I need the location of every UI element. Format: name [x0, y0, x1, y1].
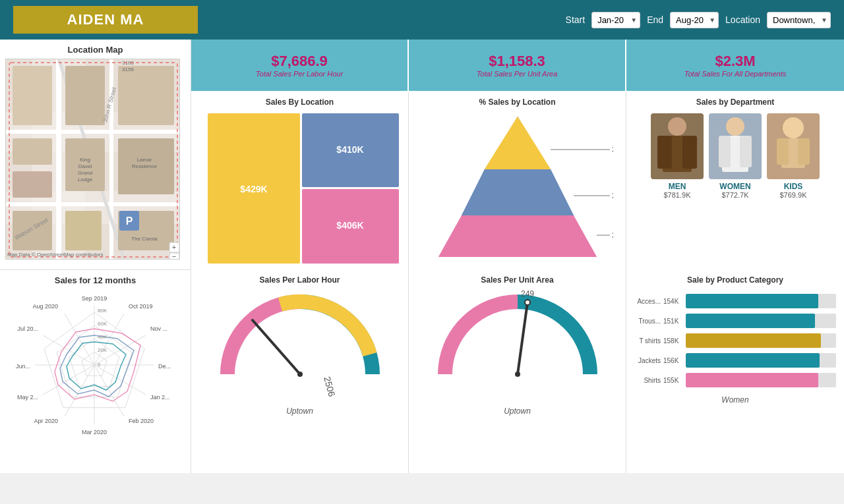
- svg-point-122: [525, 300, 530, 305]
- bar-track-tshirts: [686, 333, 836, 348]
- product-cat-card: Sale by Product Category Acces... 154K T…: [626, 270, 844, 473]
- dept-kids-img: [767, 113, 820, 179]
- svg-text:2506: 2506: [322, 376, 338, 398]
- svg-rect-10: [13, 138, 52, 165]
- product-cat-title: Sale by Product Category: [687, 275, 783, 285]
- bar-row-trous: Trous... 151K: [634, 314, 836, 328]
- labor-gauge-card: Sales Per Labor Hour: [191, 270, 409, 473]
- bar-val-trous: 151K: [663, 318, 683, 325]
- svg-text:The Carola: The Carola: [131, 236, 158, 242]
- unit-gauge-card: Sales Per Unit Area 249: [409, 270, 626, 473]
- start-select-wrapper: Jan-20Feb-20Mar-20: [591, 12, 640, 28]
- header-controls: Start Jan-20Feb-20Mar-20 End Aug-20Sep-2…: [566, 12, 831, 28]
- location-select[interactable]: Downtown,UptownMall: [767, 12, 831, 28]
- svg-text:Jun...: Jun...: [16, 363, 30, 370]
- bar-row-jackets: Jackets 156K: [634, 353, 836, 368]
- map-section: Location Map: [0, 40, 191, 270]
- svg-text:249: 249: [520, 289, 533, 298]
- svg-rect-11: [13, 171, 52, 198]
- dept-men: MEN $781.9K: [651, 113, 704, 199]
- radar-title: Sales for 12 months: [5, 275, 185, 285]
- bar-track-acces: [686, 294, 836, 308]
- svg-text:34.5%: 34.5%: [612, 146, 613, 154]
- svg-marker-54: [60, 335, 134, 397]
- sales-by-location-title: Sales By Location: [266, 98, 334, 107]
- left-column: Location Map: [0, 40, 191, 473]
- bar-label-trous: Trous...: [634, 318, 661, 325]
- radar-section: Sales for 12 months: [0, 270, 191, 473]
- bottom-row: Sales Per Labor Hour: [191, 270, 844, 473]
- radar-chart: Sep 2019 Oct 2019 Nov ... De... Jan 2...…: [5, 289, 183, 434]
- svg-text:Aug 2020: Aug 2020: [32, 303, 58, 310]
- svg-text:Lodge: Lodge: [78, 177, 93, 182]
- svg-text:3156: 3156: [122, 67, 134, 72]
- svg-rect-14: [65, 66, 105, 125]
- svg-text:Jan 2...: Jan 2...: [150, 394, 170, 401]
- svg-rect-114: [777, 138, 789, 165]
- end-label: End: [647, 14, 663, 25]
- bar-val-acces: 154K: [663, 298, 683, 305]
- map-container: P King David Grand Lodge Lamar Residence…: [5, 59, 180, 260]
- svg-text:De...: De...: [158, 363, 171, 370]
- product-cat-subtitle: Women: [721, 395, 748, 405]
- svg-rect-109: [719, 136, 731, 167]
- bar-val-jackets: 156K: [663, 357, 683, 364]
- svg-rect-13: [13, 66, 52, 125]
- bar-label-jackets: Jackets: [634, 357, 661, 364]
- svg-text:32.9%: 32.9%: [612, 192, 613, 200]
- end-select[interactable]: Aug-20Sep-20Oct-20: [670, 12, 719, 28]
- bar-track-trous: [686, 314, 836, 328]
- dept-women-value: $772.7K: [722, 191, 749, 199]
- kpi-total-value: $2.3M: [715, 53, 755, 70]
- svg-rect-105: [682, 136, 697, 169]
- dept-row: MEN $781.9K: [651, 113, 820, 199]
- dept-men-name: MEN: [669, 182, 686, 191]
- pct-sales-card: % Sales by Location: [409, 92, 626, 270]
- bar-row-shirts: Shirts 155K: [634, 373, 836, 387]
- dept-men-img: [651, 113, 704, 179]
- right-column: $7,686.9 Total Sales Per Labor Hour $1,1…: [191, 40, 844, 473]
- bar-label-acces: Acces...: [634, 298, 661, 305]
- kpi-unit-area: $1,158.3 Total Sales Per Unit Area: [409, 40, 626, 92]
- svg-rect-115: [798, 138, 810, 165]
- svg-text:Residence: Residence: [132, 163, 157, 169]
- svg-text:−: −: [172, 252, 176, 260]
- pyramid-container: 32.6% 32.9% 34.5%: [422, 113, 613, 265]
- kpi-labor-hour: $7,686.9 Total Sales Per Labor Hour: [191, 40, 409, 92]
- start-select[interactable]: Jan-20Feb-20Mar-20: [591, 12, 640, 28]
- svg-text:32.6%: 32.6%: [612, 232, 613, 239]
- svg-point-112: [783, 117, 804, 138]
- kpi-labor-label: Total Sales Per Labor Hour: [256, 70, 343, 78]
- svg-text:Lamar: Lamar: [137, 157, 152, 163]
- dept-card: Sales by Department: [626, 92, 844, 270]
- svg-line-120: [518, 302, 528, 374]
- svg-text:Grand: Grand: [78, 170, 92, 176]
- map-svg: P King David Grand Lodge Lamar Residence…: [6, 59, 180, 260]
- bar-val-tshirts: 158K: [663, 337, 683, 345]
- kpi-total-label: Total Sales For All Departments: [684, 70, 786, 78]
- pct-sales-title: % Sales by Location: [479, 98, 555, 107]
- charts-row: Sales By Location $429K $410K $406K: [191, 92, 844, 270]
- kpi-labor-value: $7,686.9: [271, 53, 328, 70]
- bar-chart: Acces... 154K Trous... 151K: [634, 294, 836, 393]
- labor-location-label: Uptown: [286, 406, 313, 416]
- bar-row-tshirts: T shirts 158K: [634, 333, 836, 348]
- women-img-svg: [709, 113, 762, 179]
- map-credit: Map Data © OpenStreetMap contributors: [7, 252, 104, 258]
- bar-val-shirts: 155K: [663, 377, 683, 384]
- svg-text:Oct 2019: Oct 2019: [129, 303, 153, 310]
- sales-by-location-card: Sales By Location $429K $410K $406K: [191, 92, 409, 270]
- svg-rect-17: [65, 211, 102, 250]
- svg-text:0: 0: [98, 362, 101, 368]
- dept-kids-value: $769.9K: [780, 191, 807, 199]
- svg-rect-15: [118, 66, 174, 125]
- map-title: Location Map: [5, 45, 185, 55]
- svg-text:80K: 80K: [98, 308, 107, 314]
- svg-text:Sep 2019: Sep 2019: [82, 295, 107, 302]
- bar-fill-acces: [686, 294, 818, 308]
- dept-women-name: WOMEN: [719, 182, 750, 191]
- svg-line-117: [253, 320, 300, 374]
- svg-text:$410K: $410K: [336, 144, 363, 155]
- bar-fill-jackets: [686, 353, 820, 368]
- bar-fill-tshirts: [686, 333, 821, 348]
